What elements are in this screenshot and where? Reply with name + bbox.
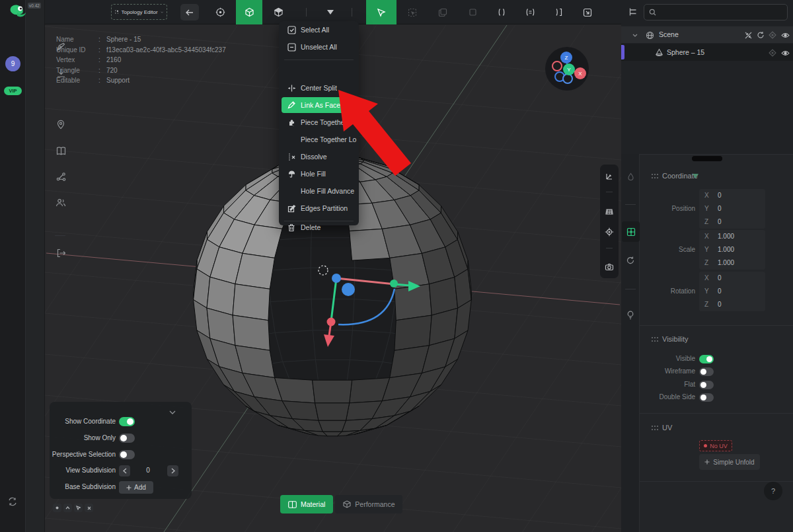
cursor-button[interactable] (74, 504, 83, 512)
scene-root-row[interactable]: Scene (621, 26, 793, 43)
mode-selector[interactable]: Topology Editor (111, 4, 167, 20)
center-split-icon (287, 83, 296, 93)
menu-item-unselect-all[interactable]: Unselect All (279, 38, 359, 56)
free-move-handle[interactable] (342, 283, 355, 296)
node-graph-icon[interactable] (53, 169, 69, 184)
perspective-icon[interactable] (605, 172, 614, 181)
topology-tab-icon-active[interactable] (622, 221, 640, 242)
layers-icon[interactable] (434, 4, 451, 20)
eye-icon[interactable] (780, 48, 790, 57)
camera-icon[interactable] (605, 262, 614, 272)
avatar[interactable]: 9 (5, 56, 20, 71)
back-button[interactable] (180, 4, 199, 20)
locate-icon[interactable] (768, 30, 777, 40)
close-button[interactable] (85, 504, 93, 512)
scene-node-row-sphere[interactable]: Sphere – 15 (621, 44, 793, 61)
search-input[interactable] (660, 8, 782, 17)
perspective-selection-toggle[interactable] (119, 450, 135, 459)
right-panel: Scene Sphere – 15 (621, 0, 793, 532)
properties-tab-strip (621, 154, 640, 532)
subdivision-increase-button[interactable] (167, 465, 178, 476)
frame-select-icon[interactable] (464, 4, 481, 20)
search-box[interactable] (644, 4, 788, 20)
expand-chevron-icon[interactable] (630, 30, 640, 40)
divider (352, 8, 352, 17)
lamp-tab-icon[interactable] (626, 311, 635, 320)
scroll-pill[interactable] (692, 156, 722, 161)
box-select-icon[interactable] (404, 4, 421, 20)
menu-item-piece-together-loop[interactable]: Piece Together Lo (279, 131, 359, 148)
menu-item-select-all[interactable]: Select All (279, 21, 359, 38)
merge-brackets-icon[interactable] (521, 4, 539, 20)
menu-item-center-split[interactable]: Center Split (279, 79, 359, 96)
app-window: Name:Sphere - 15 Unique ID:f13eca03-ae2c… (0, 0, 793, 532)
pivot-dot-button[interactable] (53, 504, 61, 512)
perspective-selection-label: Perspective Selection (52, 451, 116, 458)
export-view-icon[interactable] (579, 4, 596, 20)
flat-toggle[interactable] (699, 381, 714, 389)
edges-partition-icon (287, 204, 296, 213)
simple-unfold-button[interactable]: Simple Unfold (699, 454, 760, 470)
collapse-all-icon[interactable] (743, 30, 753, 40)
show-coordinate-label: Show Coordinate (65, 418, 116, 425)
account-rail: 9 VIP (0, 0, 25, 532)
locate-icon[interactable] (768, 48, 777, 57)
vertex-mode-button-active[interactable] (236, 0, 262, 24)
grid-view-icon[interactable] (605, 207, 614, 216)
double-side-toggle[interactable] (699, 393, 714, 402)
axis-ball-neg-y[interactable] (563, 74, 572, 83)
mesh-cone-icon (654, 48, 663, 57)
eye-icon[interactable] (780, 30, 790, 40)
help-button[interactable]: ? (764, 482, 782, 500)
team-icon[interactable] (53, 194, 69, 210)
coordinate-collapse-icon[interactable] (693, 174, 699, 178)
axis-ball-neg-x[interactable] (552, 61, 562, 71)
view-subdivision-label: View Subdivision (66, 467, 116, 474)
focus-target-icon[interactable] (605, 227, 614, 237)
axis-handle-green[interactable] (390, 280, 398, 287)
menu-item-delete[interactable]: Delete (279, 219, 359, 236)
library-book-icon[interactable] (53, 143, 69, 159)
performance-cube-icon (343, 500, 351, 508)
show-coordinate-toggle[interactable] (119, 417, 135, 426)
wireframe-toggle[interactable] (699, 367, 714, 376)
refresh-icon[interactable] (756, 30, 765, 40)
material-paint-tab-icon[interactable] (626, 172, 635, 181)
tab-performance[interactable]: Performance (335, 495, 402, 513)
location-pin-icon[interactable] (53, 116, 69, 132)
mode-label: Topology Editor (121, 9, 157, 15)
tab-material[interactable]: Material (280, 495, 333, 513)
divider (606, 192, 613, 192)
subdivision-decrease-button[interactable] (119, 465, 130, 476)
tree-view-icon[interactable] (628, 7, 638, 17)
rotate-tab-icon[interactable] (626, 256, 635, 265)
view-orientation-gizmo[interactable]: Z Y X (544, 46, 590, 92)
collapse-chevron-icon[interactable] (169, 408, 176, 416)
download-icon[interactable] (53, 65, 69, 81)
logout-icon[interactable] (53, 245, 69, 261)
select-tool-button-active[interactable] (366, 0, 397, 24)
menu-item-hole-fill[interactable]: Hole Fill (279, 165, 359, 182)
record-target-icon[interactable] (211, 4, 229, 20)
solid-cube-icon[interactable] (270, 4, 287, 20)
app-logo[interactable] (8, 2, 29, 22)
gizmo-origin-handle[interactable] (332, 274, 341, 283)
dropdown-triangle-button[interactable] (322, 4, 339, 20)
visible-toggle[interactable] (699, 355, 714, 363)
axis-handle-red[interactable] (327, 318, 336, 326)
pen-tool-icon[interactable] (53, 38, 69, 54)
show-only-toggle[interactable] (119, 434, 135, 443)
menu-item-hole-fill-advance[interactable]: Hole Fill Advance (279, 182, 359, 200)
language-sync-icon[interactable] (5, 494, 20, 509)
svg-text:Y: Y (567, 67, 571, 73)
mirror-split-icon[interactable] (493, 4, 510, 20)
menu-item-link-as-face[interactable]: Link As Face (279, 96, 359, 114)
right-brackets-icon[interactable] (550, 4, 567, 20)
menu-item-piece-together[interactable]: Piece Together (279, 114, 359, 131)
base-subdivision-add-button[interactable]: Add (119, 481, 153, 494)
chevron-up-button[interactable] (63, 504, 72, 512)
divider (306, 8, 307, 17)
menu-item-dissolve[interactable]: Dissolve (279, 148, 359, 165)
material-icon (288, 501, 297, 508)
menu-item-edges-partition[interactable]: Edges Partition (279, 200, 359, 217)
